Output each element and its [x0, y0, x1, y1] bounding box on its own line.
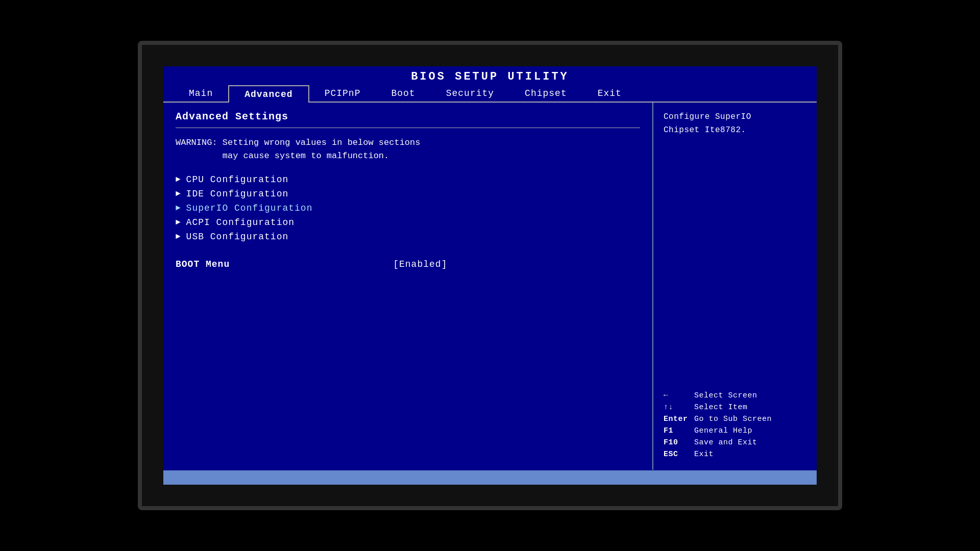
- key-arrow-left: ←: [664, 391, 694, 400]
- tab-advanced[interactable]: Advanced: [228, 85, 309, 103]
- arrow-icon: ►: [176, 232, 181, 241]
- arrow-icon: ►: [176, 189, 181, 198]
- header-bar: BIOS SETUP UTILITY: [163, 66, 817, 85]
- tab-security[interactable]: Security: [431, 85, 509, 102]
- shortcut-f10: F10 Save and Exit: [664, 438, 806, 447]
- key-desc-select-screen: Select Screen: [694, 391, 757, 400]
- monitor: BIOS SETUP UTILITY Main Advanced PCIPnP …: [138, 41, 842, 510]
- shortcut-select-item: ↑↓ Select Item: [664, 403, 806, 412]
- shortcut-select-screen: ← Select Screen: [664, 391, 806, 400]
- menu-item-ide-label: IDE Configuration: [186, 189, 289, 199]
- key-desc-f10: Save and Exit: [694, 438, 757, 447]
- tab-pcipnp[interactable]: PCIPnP: [309, 85, 376, 102]
- shortcut-esc: ESC Exit: [664, 450, 806, 459]
- key-f10: F10: [664, 438, 694, 447]
- tab-boot[interactable]: Boot: [376, 85, 430, 102]
- key-enter: Enter: [664, 415, 694, 423]
- menu-item-cpu[interactable]: ► CPU Configuration: [176, 172, 640, 187]
- menu-item-superio[interactable]: ► SuperIO Configuration: [176, 201, 640, 215]
- key-esc: ESC: [664, 450, 694, 459]
- section-title: Advanced Settings: [176, 111, 640, 122]
- menu-item-cpu-label: CPU Configuration: [186, 174, 289, 185]
- shortcut-enter: Enter Go to Sub Screen: [664, 415, 806, 423]
- tab-exit[interactable]: Exit: [582, 85, 637, 102]
- key-desc-select-item: Select Item: [694, 403, 748, 412]
- boot-menu-row[interactable]: BOOT Menu [Enabled]: [176, 259, 640, 269]
- tab-main[interactable]: Main: [174, 85, 228, 102]
- bottom-bar: [163, 470, 817, 485]
- content-area: Advanced Settings WARNING: Setting wrong…: [163, 103, 817, 470]
- menu-item-superio-label: SuperIO Configuration: [186, 203, 313, 213]
- arrow-icon: ►: [176, 204, 181, 213]
- tab-chipset[interactable]: Chipset: [509, 85, 582, 102]
- divider: [176, 128, 640, 128]
- key-up-down: ↑↓: [664, 403, 694, 412]
- menu-item-usb[interactable]: ► USB Configuration: [176, 230, 640, 244]
- tab-bar: Main Advanced PCIPnP Boot Security Chips…: [163, 85, 817, 103]
- boot-menu-label: BOOT Menu: [176, 259, 230, 269]
- key-desc-f1: General Help: [694, 427, 752, 435]
- menu-item-acpi-label: ACPI Configuration: [186, 217, 295, 228]
- menu-list: ► CPU Configuration ► IDE Configuration …: [176, 172, 640, 244]
- right-panel: Configure SuperIOChipset Ite8782. ← Sele…: [653, 103, 817, 470]
- key-shortcuts: ← Select Screen ↑↓ Select Item Enter Go …: [664, 391, 806, 462]
- help-text: Configure SuperIOChipset Ite8782.: [664, 111, 806, 137]
- menu-item-acpi[interactable]: ► ACPI Configuration: [176, 215, 640, 230]
- key-desc-enter: Go to Sub Screen: [694, 415, 772, 423]
- left-panel: Advanced Settings WARNING: Setting wrong…: [163, 103, 653, 470]
- menu-item-usb-label: USB Configuration: [186, 232, 289, 242]
- bios-title: BIOS SETUP UTILITY: [411, 70, 569, 83]
- bios-screen: BIOS SETUP UTILITY Main Advanced PCIPnP …: [163, 66, 817, 485]
- key-f1: F1: [664, 427, 694, 435]
- menu-item-ide[interactable]: ► IDE Configuration: [176, 187, 640, 201]
- arrow-icon: ►: [176, 175, 181, 184]
- shortcut-f1: F1 General Help: [664, 427, 806, 435]
- key-desc-esc: Exit: [694, 450, 714, 459]
- arrow-icon: ►: [176, 218, 181, 227]
- boot-menu-value: [Enabled]: [393, 259, 447, 269]
- warning-text: WARNING: Setting wrong values in below s…: [176, 136, 640, 162]
